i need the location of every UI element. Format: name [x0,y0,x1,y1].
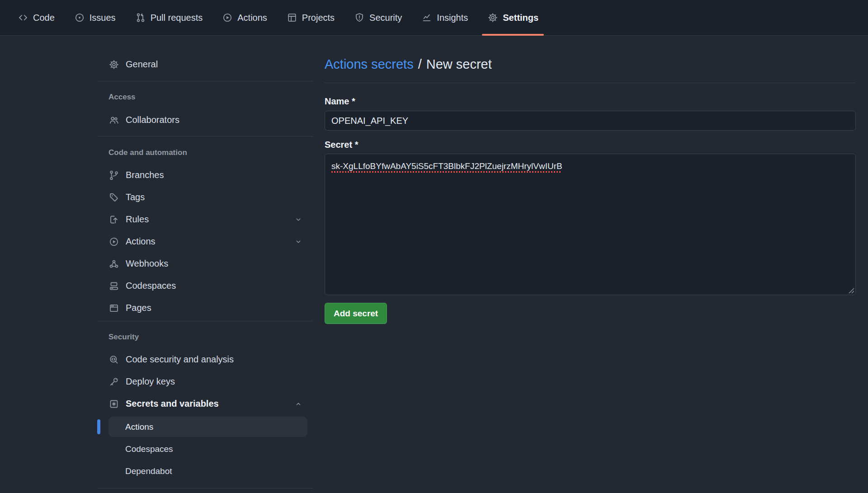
sidebar-divider [97,488,313,488]
sidebar-subitem-codespaces[interactable]: Codespaces [108,439,307,459]
asterisk-box-icon [108,399,119,409]
sidebar-item-webhooks[interactable]: Webhooks [97,254,313,273]
sidebar-item-label: General [126,59,158,70]
graph-icon [421,12,432,23]
sidebar-divider [97,321,313,321]
sidebar-item-label: Code security and analysis [126,354,234,365]
sidebar-item-label: Secrets and variables [126,399,288,409]
tab-actions[interactable]: Actions [217,0,273,35]
sidebar-item-label: Dependabot [125,466,172,476]
play-icon [222,12,233,23]
sidebar-divider [97,136,313,136]
sidebar-item-label: Actions [126,236,288,247]
tab-projects[interactable]: Projects [281,0,340,35]
sidebar-item-label: Deploy keys [126,376,175,387]
sidebar-item-deploy-keys[interactable]: Deploy keys [97,372,313,391]
tab-pull-requests[interactable]: Pull requests [130,0,208,35]
sidebar-item-label: Codespaces [126,281,176,291]
repo-tab-nav: Code Issues Pull requests Actions Projec… [0,0,868,36]
table-icon [287,12,297,23]
sidebar-item-secrets-variables[interactable]: Secrets and variables [97,394,313,413]
new-secret-panel: Actions secrets/New secret Name * Secret… [325,36,856,324]
page-title-current: New secret [426,57,492,71]
gear-icon [108,59,119,70]
issue-opened-icon [74,12,85,23]
chevron-down-icon [294,215,303,224]
shield-icon [354,12,365,23]
sidebar-item-rules[interactable]: Rules [97,210,313,229]
name-label: Name * [325,96,856,107]
codespaces-icon [108,281,119,291]
sidebar-item-label: Collaborators [126,115,179,125]
secret-name-input[interactable] [325,111,856,131]
git-pull-request-icon [135,12,146,23]
tab-label: Security [369,13,402,23]
tab-label: Code [33,13,55,23]
people-icon [108,115,119,126]
sidebar-item-actions[interactable]: Actions [97,232,313,251]
webhook-icon [108,258,119,269]
sidebar-item-tags[interactable]: Tags [97,188,313,207]
sidebar-divider [97,81,313,81]
browser-icon [108,303,119,314]
sidebar-item-label: Branches [126,170,164,180]
add-secret-button[interactable]: Add secret [325,303,387,324]
chevron-up-icon [294,399,303,408]
rules-icon [108,214,119,225]
sidebar-item-general[interactable]: General [97,55,313,74]
sidebar-item-codespaces[interactable]: Codespaces [97,277,313,295]
tab-label: Issues [90,13,116,23]
key-icon [108,376,119,387]
breadcrumb-separator: / [418,57,422,71]
play-icon [108,236,119,247]
sidebar-item-label: Rules [126,214,288,225]
tab-settings[interactable]: Settings [482,0,544,35]
sidebar-item-collaborators[interactable]: Collaborators [97,111,313,129]
tab-label: Pull requests [151,13,203,23]
sidebar-item-label: Pages [126,303,151,313]
sidebar-item-code-security[interactable]: Code security and analysis [97,350,313,369]
sidebar-subitem-actions[interactable]: Actions [108,417,307,437]
code-scan-icon [108,354,119,365]
sidebar-section-access: Access [97,93,313,102]
tab-label: Insights [437,13,468,23]
tab-issues[interactable]: Issues [69,0,121,35]
secret-value-text: sk-XgLLfoBYfwAbAY5iS5cFT3BlbkFJ2PlZuejrz… [331,161,562,171]
sidebar-item-label: Tags [126,192,145,202]
secret-label: Secret * [325,140,856,150]
code-icon [18,12,28,23]
sidebar-subitem-dependabot[interactable]: Dependabot [108,461,307,481]
sidebar-item-label: Codespaces [125,444,173,454]
gear-icon [487,12,498,23]
tab-label: Projects [302,13,335,23]
sidebar-section-security: Security [97,333,313,342]
sidebar-item-label: Webhooks [126,258,168,269]
tab-label: Actions [237,13,267,23]
tab-label: Settings [503,13,538,23]
resize-handle[interactable] [847,286,854,293]
tab-insights[interactable]: Insights [416,0,473,35]
sidebar-item-label: Actions [125,422,153,432]
git-branch-icon [108,170,119,181]
actions-secrets-link[interactable]: Actions secrets [325,57,414,71]
tab-code[interactable]: Code [12,0,60,35]
tag-icon [108,192,119,203]
secret-value-textarea[interactable]: sk-XgLLfoBYfwAbAY5iS5cFT3BlbkFJ2PlZuejrz… [325,154,856,295]
sidebar-section-code-automation: Code and automation [97,148,313,157]
title-divider [325,83,856,83]
settings-sidebar: General Access Collaborators Code and au… [97,36,313,488]
sidebar-item-pages[interactable]: Pages [97,299,313,317]
sidebar-item-branches[interactable]: Branches [97,166,313,184]
chevron-down-icon [294,237,303,246]
page-title: Actions secrets/New secret [325,55,856,73]
tab-security[interactable]: Security [349,0,407,35]
